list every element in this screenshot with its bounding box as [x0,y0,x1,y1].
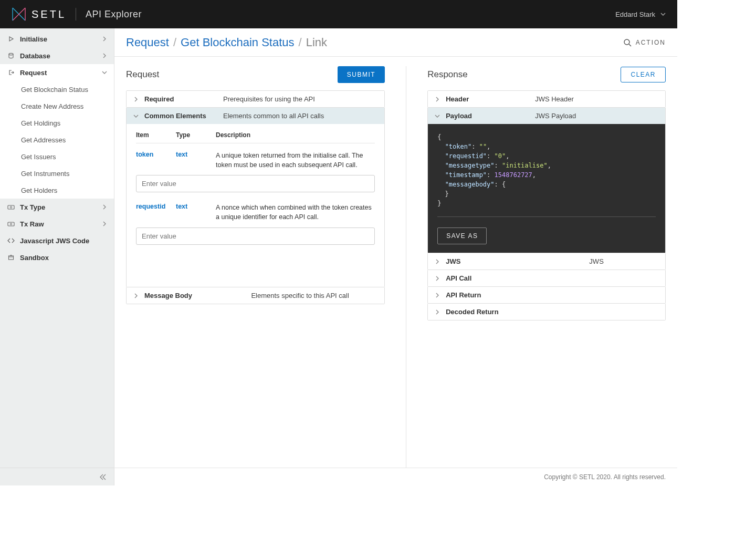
sidebar-subitem-get-holdings[interactable]: Get Holdings [0,115,114,131]
database-icon [7,53,15,59]
sidebar: InitialiseDatabaseRequestGet Blockchain … [0,28,114,485]
param-desc: A nonce which when combined with the tok… [216,203,375,222]
sidebar-item-javascript-jws-code[interactable]: Javascript JWS Code [0,232,114,249]
request-pane: Request SUBMIT Required Prerequisites fo… [126,66,385,468]
param-input-token[interactable] [136,175,375,192]
section-message-body[interactable]: Message Body Elements specific to this A… [127,287,384,304]
footer: Copyright © SETL 2020. All rights reserv… [114,468,677,485]
topbar-divider [76,8,76,20]
svg-rect-3 [8,222,14,226]
resp-payload-label: Payload [446,112,530,120]
payload-code: { "token": "", "requestid": "0", "messag… [428,124,665,253]
section-message-body-desc: Elements specific to this API call [223,292,377,299]
chevron-right-icon [134,293,139,298]
section-required-desc: Prerequisites for using the API [223,95,377,103]
sidebar-item-tx-type[interactable]: Tx Type [0,199,114,215]
col-item: Item [136,131,176,139]
submit-button[interactable]: SUBMIT [338,66,385,83]
resp-section-api-return[interactable]: API Return [428,287,665,303]
response-title: Response [427,69,621,80]
param-desc: A unique token returned from the initial… [216,151,375,170]
chevron-down-icon [435,113,440,119]
collapse-icon [99,474,107,480]
param-name: token [136,151,176,158]
resp-payload-desc: JWS Payload [535,112,658,120]
sidebar-subitem-get-addresses[interactable]: Get Addresses [0,131,114,148]
chevron-right-icon [435,97,440,102]
param-type: text [176,203,216,210]
enter-icon [7,69,15,76]
clear-button[interactable]: CLEAR [621,67,666,82]
chevron-right-icon [134,97,139,102]
resp-jws-desc: JWS [535,257,658,265]
logo-mark-icon [12,7,26,22]
resp-api-return-label: API Return [446,291,530,299]
save-as-button[interactable]: SAVE AS [437,227,487,244]
resp-section-header[interactable]: Header JWS Header [428,91,665,107]
section-common[interactable]: Common Elements Elements common to all A… [127,108,384,124]
param-input-requestid[interactable] [136,227,375,245]
sidebar-subitem-get-holders[interactable]: Get Holders [0,182,114,199]
svg-point-6 [624,39,629,45]
sidebar-subitem-create-new-address[interactable]: Create New Address [0,98,114,115]
resp-api-call-label: API Call [446,274,530,282]
sidebar-subitem-get-issuers[interactable]: Get Issuers [0,148,114,165]
sidebar-item-initialise[interactable]: Initialise [0,30,114,47]
chevron-right-icon [435,293,440,298]
user-menu[interactable]: Eddard Stark [615,11,666,18]
action-menu[interactable]: ACTION [623,38,666,47]
chevron-right-icon [102,53,107,58]
code-icon [7,238,15,243]
resp-section-payload[interactable]: Payload JWS Payload [428,108,665,124]
resp-section-decoded-return[interactable]: Decoded Return [428,304,665,320]
section-required[interactable]: Required Prerequisites for using the API [127,91,384,107]
col-desc: Description [216,131,375,139]
param-type: text [176,151,216,158]
search-icon [623,38,632,47]
topbar: SETL API Explorer Eddard Stark [0,0,677,28]
resp-jws-label: JWS [446,257,530,265]
chevron-down-icon [660,12,666,17]
brand-logo[interactable]: SETL [12,7,66,22]
resp-section-jws[interactable]: JWS JWS [428,253,665,270]
user-name: Eddard Stark [615,11,655,18]
sidebar-item-tx-raw[interactable]: Tx Raw [0,215,114,232]
section-common-label: Common Elements [144,112,218,120]
request-title: Request [126,69,338,80]
sidebar-item-sandbox[interactable]: Sandbox [0,249,114,266]
resp-header-label: Header [446,95,530,103]
crumb-sep: / [299,36,302,49]
param-name: requestid [136,203,176,210]
chevron-right-icon [102,221,107,226]
col-type: Type [176,131,216,139]
chevron-right-icon [102,70,107,75]
sidebar-nav: InitialiseDatabaseRequestGet Blockchain … [0,28,114,468]
chevron-right-icon [435,276,440,281]
sidebar-item-label: Tx Raw [20,220,97,228]
sidebar-item-label: Sandbox [20,254,107,262]
resp-section-api-call[interactable]: API Call [428,270,665,286]
chevron-right-icon [102,204,107,210]
svg-rect-5 [9,256,14,260]
copyright: Copyright © SETL 2020. All rights reserv… [544,473,666,481]
resp-header-desc: JWS Header [535,95,658,103]
crumb-endpoint[interactable]: Get Blockchain Status [181,36,294,49]
response-pane: Response CLEAR Header JWS Header [406,66,666,468]
action-label: ACTION [636,39,666,46]
chevron-right-icon [435,259,440,264]
crumb-sep: / [173,36,176,49]
sidebar-item-request[interactable]: Request [0,64,114,81]
param-divider [136,143,375,143]
sidebar-item-label: Tx Type [20,203,97,211]
section-common-desc: Elements common to all API calls [223,112,377,120]
resp-decoded-return-label: Decoded Return [446,308,530,316]
box-icon [7,254,15,261]
play-icon [7,36,15,42]
sidebar-subitem-get-blockchain-status[interactable]: Get Blockchain Status [0,81,114,98]
sidebar-item-database[interactable]: Database [0,47,114,64]
sidebar-collapse[interactable] [0,468,114,485]
sidebar-subitem-get-instruments[interactable]: Get Instruments [0,165,114,182]
payload-divider [437,216,656,217]
crumb-request[interactable]: Request [126,36,169,49]
sidebar-item-label: Javascript JWS Code [20,237,107,245]
